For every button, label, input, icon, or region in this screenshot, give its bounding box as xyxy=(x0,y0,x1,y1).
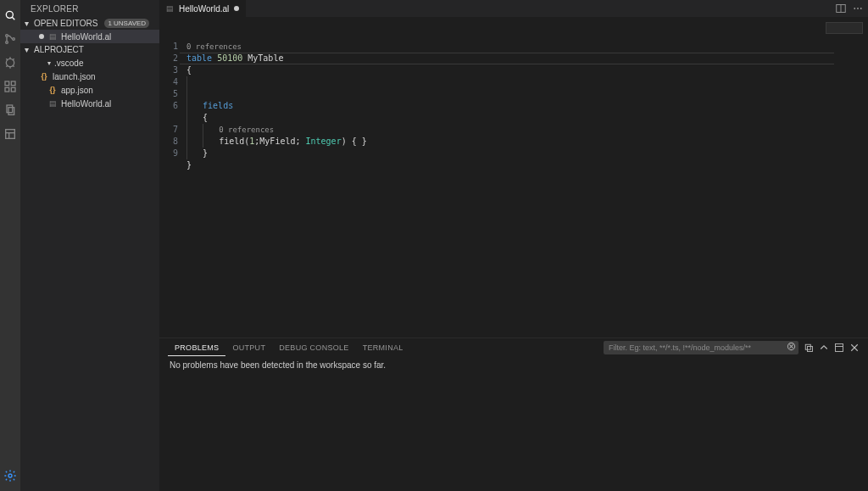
chevron-down-icon: ▾ xyxy=(22,45,31,54)
editor[interactable]: 1 2 3 4 5 6 7 8 9 0 references table 501… xyxy=(159,17,868,338)
open-editor-item[interactable]: ▤ HelloWorld.al xyxy=(20,30,159,43)
svg-rect-26 xyxy=(836,344,843,352)
panel-close-icon[interactable] xyxy=(849,343,860,353)
bottom-panel: PROBLEMS OUTPUT DEBUG CONSOLE TERMINAL xyxy=(159,338,868,491)
filter-clear-icon[interactable] xyxy=(787,342,796,353)
svg-point-4 xyxy=(13,38,15,41)
json-file-icon: {} xyxy=(39,71,49,81)
activity-scm-icon[interactable] xyxy=(0,27,20,51)
line-gutter: 1 2 3 4 5 6 7 8 9 xyxy=(159,17,183,338)
problems-message: No problems have been detected in the wo… xyxy=(159,357,868,491)
svg-point-2 xyxy=(6,35,8,37)
codelens[interactable]: 0 references xyxy=(219,126,274,134)
editor-actions xyxy=(836,0,868,17)
project-header[interactable]: ▾ ALPROJECT xyxy=(20,43,159,56)
open-editors-label: OPEN EDITORS xyxy=(34,19,97,28)
svg-rect-11 xyxy=(8,108,14,115)
tree-file-launchjson[interactable]: {} launch.json xyxy=(20,70,159,83)
activity-extensions-icon[interactable] xyxy=(0,75,20,98)
svg-line-1 xyxy=(12,17,14,20)
modified-dot-icon xyxy=(234,6,239,11)
file-name: HelloWorld.al xyxy=(61,99,111,109)
activity-files-icon[interactable] xyxy=(0,98,20,122)
open-editors-header[interactable]: ▾ OPEN EDITORS 1 UNSAVED xyxy=(20,17,159,30)
sidebar-title: EXPLORER xyxy=(20,0,159,17)
modified-dot-icon xyxy=(39,34,44,39)
panel-tab-terminal[interactable]: TERMINAL xyxy=(356,340,410,355)
collapse-all-icon[interactable] xyxy=(804,343,814,353)
activity-explorer-icon[interactable] xyxy=(0,3,20,27)
svg-point-18 xyxy=(854,8,855,9)
svg-point-20 xyxy=(860,8,862,9)
panel-tabs: PROBLEMS OUTPUT DEBUG CONSOLE TERMINAL xyxy=(159,338,868,357)
svg-rect-12 xyxy=(6,130,15,139)
al-file-icon: ▤ xyxy=(47,31,58,42)
tab-bar: ▤ HelloWorld.al xyxy=(159,0,868,17)
svg-rect-24 xyxy=(805,344,810,349)
more-icon[interactable] xyxy=(853,3,863,14)
svg-rect-8 xyxy=(5,87,9,92)
panel-up-icon[interactable] xyxy=(819,343,829,353)
activity-bar xyxy=(0,0,20,491)
settings-gear-icon[interactable] xyxy=(0,464,20,488)
split-editor-icon[interactable] xyxy=(836,3,846,14)
tree-file-helloworld[interactable]: ▤ HelloWorld.al xyxy=(20,97,159,110)
file-name: app.json xyxy=(61,86,93,95)
codelens[interactable]: 0 references xyxy=(186,42,242,51)
open-editor-filename: HelloWorld.al xyxy=(61,32,111,42)
svg-rect-7 xyxy=(11,81,15,86)
sidebar-explorer: EXPLORER ▾ OPEN EDITORS 1 UNSAVED ▤ Hell… xyxy=(20,0,159,491)
problems-filter-input[interactable] xyxy=(604,341,798,354)
project-label: ALPROJECT xyxy=(34,45,84,54)
file-name: launch.json xyxy=(53,72,96,81)
svg-rect-25 xyxy=(808,347,813,352)
tab-label: HelloWorld.al xyxy=(179,4,229,14)
svg-point-3 xyxy=(6,42,8,44)
al-file-icon: ▤ xyxy=(47,98,58,109)
filter-wrap xyxy=(604,341,798,354)
svg-rect-9 xyxy=(11,87,15,92)
al-file-icon: ▤ xyxy=(166,4,174,13)
activity-debug-icon[interactable] xyxy=(0,51,20,75)
svg-rect-10 xyxy=(7,105,13,113)
svg-rect-6 xyxy=(5,81,9,86)
editor-group: ▤ HelloWorld.al 1 2 3 4 5 6 7 8 xyxy=(159,0,868,491)
chevron-down-icon: ▾ xyxy=(47,59,51,67)
panel-maximize-icon[interactable] xyxy=(834,343,844,353)
panel-tab-debugconsole[interactable]: DEBUG CONSOLE xyxy=(272,340,355,355)
code-area[interactable]: 0 references table 50100 MyTable { field… xyxy=(183,17,868,338)
unsaved-badge: 1 UNSAVED xyxy=(104,19,149,28)
panel-tab-output[interactable]: OUTPUT xyxy=(225,340,272,355)
tree-file-appjson[interactable]: {} app.json xyxy=(20,83,159,97)
json-file-icon: {} xyxy=(47,85,58,95)
svg-point-19 xyxy=(857,8,859,9)
activity-outline-icon[interactable] xyxy=(0,122,20,146)
svg-point-15 xyxy=(8,474,12,477)
chevron-down-icon: ▾ xyxy=(22,19,31,28)
tab-helloworld[interactable]: ▤ HelloWorld.al xyxy=(159,0,246,17)
panel-tab-problems[interactable]: PROBLEMS xyxy=(168,340,225,356)
folder-name: .vscode xyxy=(54,59,83,68)
tree-folder-vscode[interactable]: ▾ .vscode xyxy=(20,56,159,70)
